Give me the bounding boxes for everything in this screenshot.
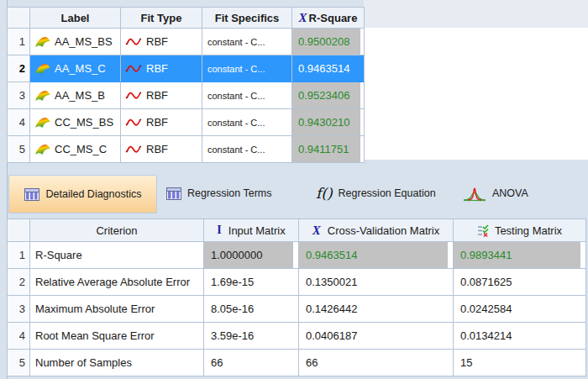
input-matrix-header-label: Input Matrix: [228, 224, 286, 237]
fit-label-cell[interactable]: AA_MS_C: [30, 55, 121, 82]
fit-specifics-column-header[interactable]: Fit Specifics: [202, 8, 292, 29]
testing-matrix-value-cell[interactable]: 15: [454, 350, 586, 376]
fit-specifics-cell[interactable]: constant - C...: [202, 55, 292, 82]
criterion-cell[interactable]: Relative Average Absolute Error: [30, 269, 204, 296]
r-square-cell[interactable]: 0.9411751: [292, 136, 365, 163]
fit-label-cell[interactable]: AA_MS_B: [30, 82, 121, 109]
regression-terms-button[interactable]: Regression Terms: [166, 181, 272, 206]
fit-label: CC_MS_BS: [55, 116, 113, 129]
diagnostics-row[interactable]: 2Relative Average Absolute Error1.69e-15…: [8, 269, 586, 296]
curve-icon: [125, 63, 142, 74]
curve-icon: [125, 36, 142, 47]
testing-matrix-value-cell[interactable]: 0.0134214: [454, 323, 586, 350]
r-square-cell[interactable]: 0.9430210: [292, 109, 365, 136]
header-band-background: [364, 0, 588, 28]
fits-table-row[interactable]: 2AA_MS_CRBFconstant - C...0.9463514: [8, 55, 365, 82]
row-number[interactable]: 4: [8, 109, 30, 136]
fit-specifics-cell[interactable]: constant - C...: [202, 109, 292, 136]
regression-equation-button[interactable]: f() Regression Equation: [316, 181, 436, 206]
row-number[interactable]: 4: [8, 323, 30, 350]
fit-label-cell[interactable]: CC_MS_BS: [30, 109, 121, 136]
anova-button[interactable]: ANOVA: [463, 181, 528, 206]
input-matrix-value-cell[interactable]: 1.69e-15: [204, 269, 299, 296]
r-square-value: 0.9500208: [292, 29, 360, 55]
fit-type-cell[interactable]: RBF: [121, 29, 202, 55]
fits-table-header-row: LabelFit TypeFit SpecificsXR-Square: [8, 8, 365, 29]
cross-validation-x-icon: X: [312, 224, 321, 237]
checklist-icon: [477, 224, 490, 237]
testing-matrix-value-cell[interactable]: 0.9893441: [454, 242, 586, 269]
row-number[interactable]: 1: [8, 242, 30, 269]
criterion-cell[interactable]: R-Square: [30, 242, 204, 269]
fits-table-row[interactable]: 4CC_MS_BSRBFconstant - C...0.9430210: [8, 109, 365, 136]
table-icon: [24, 188, 39, 201]
testing-matrix-value: 0.0242584: [454, 296, 580, 322]
criterion-column-header[interactable]: Criterion: [30, 219, 204, 242]
diagnostics-row[interactable]: 3Maximum Absolute Error8.05e-160.1426442…: [8, 296, 586, 323]
input-matrix-value-cell[interactable]: 8.05e-16: [204, 296, 299, 323]
r-square-value: 0.9430210: [292, 109, 360, 135]
detailed-diagnostics-label: Detailed Diagnostics: [46, 188, 142, 200]
cross-validation-header-label: Cross-Validation Matrix: [328, 224, 439, 237]
cross-validation-value-cell[interactable]: 0.0406187: [299, 323, 454, 350]
row-number[interactable]: 2: [8, 55, 30, 82]
fit-specifics-cell[interactable]: constant - C...: [202, 29, 292, 55]
fit-type-cell[interactable]: RBF: [121, 55, 202, 82]
label-column-header[interactable]: Label: [30, 8, 121, 29]
diagnostics-toolbar: Detailed Diagnostics Regression Terms f(…: [0, 162, 588, 218]
testing-matrix-value-cell[interactable]: 0.0871625: [454, 269, 586, 296]
input-matrix-value-cell[interactable]: 3.59e-16: [204, 323, 299, 350]
cross-validation-value-cell[interactable]: 66: [299, 350, 454, 376]
testing-matrix-value-cell[interactable]: 0.0242584: [454, 296, 586, 323]
criterion-cell[interactable]: Maximum Absolute Error: [30, 296, 204, 323]
row-number-header: [8, 219, 30, 242]
fits-table: LabelFit TypeFit SpecificsXR-Square1AA_M…: [7, 7, 365, 163]
row-number[interactable]: 2: [8, 269, 30, 296]
fit-type-cell[interactable]: RBF: [121, 82, 202, 109]
fits-table-row[interactable]: 5CC_MS_CRBFconstant - C...0.9411751: [8, 136, 365, 163]
diagnostics-row[interactable]: 5Number of Samples666615: [8, 350, 586, 376]
input-matrix-i-icon: I: [217, 224, 221, 236]
fit-type-cell[interactable]: RBF: [121, 136, 202, 163]
cross-validation-value-cell[interactable]: 0.1426442: [299, 296, 454, 323]
fits-table-row[interactable]: 1AA_MS_BSRBFconstant - C...0.9500208: [8, 29, 365, 55]
diagnostics-row[interactable]: 1R-Square1.00000000.94635140.9893441: [8, 242, 586, 269]
testing-matrix-column-header[interactable]: Testing Matrix: [454, 219, 586, 242]
surface-icon: [34, 90, 50, 102]
row-number[interactable]: 5: [8, 350, 30, 376]
cross-validation-value-cell[interactable]: 0.1350021: [299, 269, 454, 296]
r-square-column-header[interactable]: XR-Square: [292, 8, 365, 29]
fits-table-row[interactable]: 3AA_MS_BRBFconstant - C...0.9523406: [8, 82, 365, 109]
testing-matrix-value: 0.0871625: [454, 269, 580, 295]
row-number[interactable]: 1: [8, 29, 30, 55]
row-number[interactable]: 3: [8, 82, 30, 109]
criterion-cell[interactable]: Root Mean Square Error: [30, 323, 204, 350]
fit-type-cell[interactable]: RBF: [121, 109, 202, 136]
r-square-cell[interactable]: 0.9523406: [292, 82, 365, 109]
fit-type-label: RBF: [146, 62, 168, 75]
diagnostics-row[interactable]: 4Root Mean Square Error3.59e-160.0406187…: [8, 323, 586, 350]
cross-validation-column-header[interactable]: XCross-Validation Matrix: [299, 219, 454, 242]
fit-label-cell[interactable]: AA_MS_BS: [30, 29, 121, 55]
row-number[interactable]: 5: [8, 136, 30, 163]
criterion-cell[interactable]: Number of Samples: [30, 350, 204, 376]
r-square-cell[interactable]: 0.9500208: [292, 29, 365, 55]
regression-equation-label: Regression Equation: [339, 187, 436, 199]
detailed-diagnostics-button[interactable]: Detailed Diagnostics: [8, 175, 157, 213]
input-matrix-value-cell[interactable]: 66: [204, 350, 299, 376]
fit-type-label: RBF: [146, 89, 168, 102]
cross-validation-value-cell[interactable]: 0.9463514: [299, 242, 454, 269]
input-matrix-column-header[interactable]: IInput Matrix: [204, 219, 299, 242]
testing-matrix-value: 0.9893441: [454, 242, 580, 268]
fit-type-column-header[interactable]: Fit Type: [121, 8, 202, 29]
fit-specifics-cell[interactable]: constant - C...: [202, 82, 292, 109]
row-number[interactable]: 3: [8, 296, 30, 323]
fit-specifics-cell[interactable]: constant - C...: [202, 136, 292, 163]
input-matrix-value-cell[interactable]: 1.0000000: [204, 242, 299, 269]
input-matrix-value: 66: [204, 350, 293, 376]
r-square-cell[interactable]: 0.9463514: [292, 55, 365, 82]
cross-validation-value: 0.1350021: [299, 269, 448, 295]
fit-label: AA_MS_B: [55, 89, 105, 102]
fit-label-cell[interactable]: CC_MS_C: [30, 136, 121, 163]
fit-label: CC_MS_C: [55, 143, 107, 155]
